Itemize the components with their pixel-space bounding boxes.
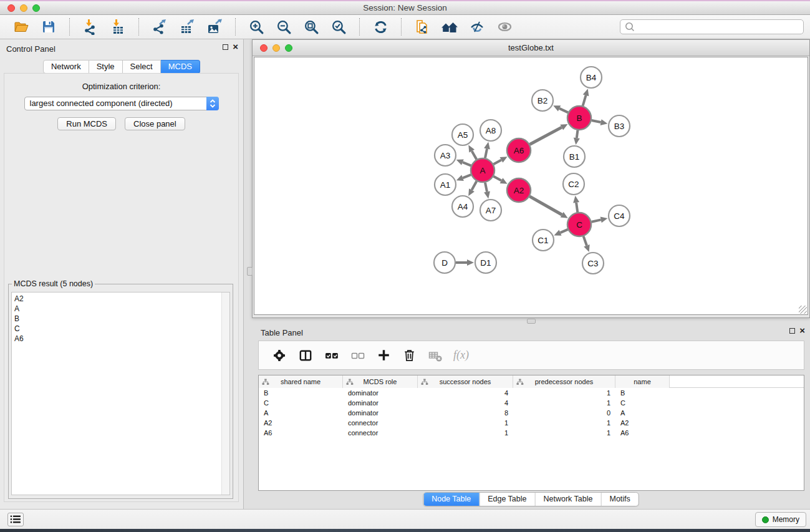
table-row[interactable]: Adominator80A xyxy=(259,408,804,418)
table-cell[interactable]: A2 xyxy=(615,418,670,428)
graph-edge-C-C3[interactable] xyxy=(584,236,587,246)
table-cell[interactable]: 1 xyxy=(418,418,513,428)
table-cell[interactable]: 8 xyxy=(418,408,513,418)
table-cell[interactable]: B xyxy=(615,388,670,398)
table-cell[interactable]: A6 xyxy=(259,428,343,438)
minimize-window-button[interactable] xyxy=(20,4,27,12)
table-cell[interactable]: 1 xyxy=(513,388,615,398)
tab-network[interactable]: Network xyxy=(43,60,89,74)
zoom-network-window-button[interactable] xyxy=(285,44,292,52)
graph-edge-C-C1[interactable] xyxy=(561,230,568,233)
column-header-name[interactable]: name xyxy=(615,375,670,388)
search-box[interactable] xyxy=(620,19,804,34)
column-header-mcds-role[interactable]: MCDS role xyxy=(343,375,418,388)
table-cell[interactable]: A xyxy=(615,408,670,418)
table-cell[interactable]: 1 xyxy=(513,398,615,408)
tab-style[interactable]: Style xyxy=(89,60,123,74)
table-cell[interactable]: B xyxy=(259,388,343,398)
tab-edge-table[interactable]: Edge Table xyxy=(479,493,534,506)
graph-edge-B-B2[interactable] xyxy=(559,109,568,113)
search-input[interactable] xyxy=(636,21,803,33)
zoom-window-button[interactable] xyxy=(32,4,40,12)
table-cell[interactable]: 1 xyxy=(418,428,513,438)
eye-button[interactable] xyxy=(494,17,514,36)
mcds-result-item[interactable]: A6 xyxy=(14,334,229,344)
table-cell[interactable]: dominator xyxy=(343,388,418,398)
table-cell[interactable]: A xyxy=(259,408,343,418)
export-image-button[interactable] xyxy=(205,17,224,36)
table-cell[interactable]: 1 xyxy=(513,418,615,428)
graph-edge-A-A5[interactable] xyxy=(472,151,477,159)
graph-edge-B-B4[interactable] xyxy=(583,95,586,106)
table-cell[interactable]: A6 xyxy=(615,428,670,438)
export-network-button[interactable] xyxy=(150,17,170,36)
save-session-button[interactable] xyxy=(39,17,59,36)
mcds-result-item[interactable]: B xyxy=(14,314,229,324)
table-cell[interactable]: 0 xyxy=(513,408,615,418)
zoom-fit-button[interactable] xyxy=(301,17,321,36)
column-header-shared-name[interactable]: shared name xyxy=(259,375,343,388)
graph-edge-A-A7[interactable] xyxy=(485,183,487,192)
home-button[interactable] xyxy=(440,17,460,36)
tab-mcds[interactable]: MCDS xyxy=(161,60,200,74)
create-column-button[interactable] xyxy=(377,348,391,362)
tab-network-table[interactable]: Network Table xyxy=(535,493,601,506)
graphics-details-button[interactable] xyxy=(467,17,487,36)
table-cell[interactable]: 4 xyxy=(418,398,513,408)
close-panel-icon[interactable]: × xyxy=(233,43,238,51)
zoom-selected-button[interactable] xyxy=(329,17,349,36)
table-cell[interactable]: C xyxy=(259,398,343,408)
table-row[interactable]: A2connector11A2 xyxy=(259,418,804,428)
close-table-panel-icon[interactable]: × xyxy=(799,327,805,334)
graph-edge-A-A4[interactable] xyxy=(471,181,476,190)
vertical-split-handle[interactable] xyxy=(247,267,253,276)
delete-column-button[interactable] xyxy=(402,348,417,362)
graph-edge-A6-B[interactable] xyxy=(530,127,562,144)
table-row[interactable]: A6connector11A6 xyxy=(259,428,804,438)
float-panel-icon[interactable] xyxy=(223,44,228,50)
graph-edge-A-A1[interactable] xyxy=(463,175,471,178)
mcds-result-item[interactable]: A xyxy=(14,304,229,314)
graph-edge-A-A6[interactable] xyxy=(494,160,501,164)
import-network-button[interactable] xyxy=(80,17,100,36)
table-settings-button[interactable] xyxy=(272,348,287,363)
delete-table-button[interactable] xyxy=(428,348,443,363)
network-graph[interactable]: B4B2BB3A5A8A6A3B1AA1C2A2A4A7CC4C1C3DD1 xyxy=(254,57,809,316)
close-panel-button[interactable]: Close panel xyxy=(125,117,185,130)
zoom-out-button[interactable] xyxy=(274,17,294,36)
graph-edge-C-C4[interactable] xyxy=(592,220,601,221)
table-row[interactable]: Bdominator41B xyxy=(259,388,804,398)
open-session-button[interactable] xyxy=(11,17,31,36)
result-scrollbar[interactable] xyxy=(221,293,229,495)
tab-select[interactable]: Select xyxy=(123,60,161,74)
minimize-network-window-button[interactable] xyxy=(272,44,280,52)
table-cell[interactable]: 1 xyxy=(513,428,615,438)
window-resize-grip[interactable] xyxy=(799,306,807,314)
graph-edge-B-B3[interactable] xyxy=(592,120,601,122)
table-cell[interactable]: connector xyxy=(343,428,418,438)
column-header-successor-nodes[interactable]: successor nodes xyxy=(418,375,513,388)
refresh-button[interactable] xyxy=(370,17,390,36)
tab-node-table[interactable]: Node Table xyxy=(423,493,479,506)
run-mcds-button[interactable]: Run MCDS xyxy=(57,117,116,130)
table-cell[interactable]: C xyxy=(615,398,670,408)
table-cell[interactable]: 4 xyxy=(418,388,513,398)
mcds-result-item[interactable]: C xyxy=(14,324,229,334)
criterion-dropdown[interactable]: largest connected component (directed) xyxy=(24,97,219,110)
table-cell[interactable]: connector xyxy=(343,418,418,428)
unselect-all-columns-button[interactable] xyxy=(350,348,365,363)
float-table-panel-icon[interactable] xyxy=(789,328,795,334)
graph-edge-A-A3[interactable] xyxy=(463,162,471,165)
table-cell[interactable]: dominator xyxy=(343,408,418,418)
zoom-in-button[interactable] xyxy=(246,17,266,36)
function-builder-button[interactable]: f(x) xyxy=(453,349,469,362)
memory-button[interactable]: Memory xyxy=(755,512,806,527)
graph-edge-A2-C[interactable] xyxy=(529,196,562,215)
mcds-result-item[interactable]: A2 xyxy=(14,294,229,304)
task-history-button[interactable] xyxy=(7,513,24,526)
table-row[interactable]: Cdominator41C xyxy=(259,398,804,408)
graph-edge-C-C2[interactable] xyxy=(576,203,577,212)
graph-edge-A-A2[interactable] xyxy=(494,177,501,181)
show-column-button[interactable] xyxy=(298,348,313,363)
column-header-predecessor-nodes[interactable]: predecessor nodes xyxy=(513,375,615,388)
